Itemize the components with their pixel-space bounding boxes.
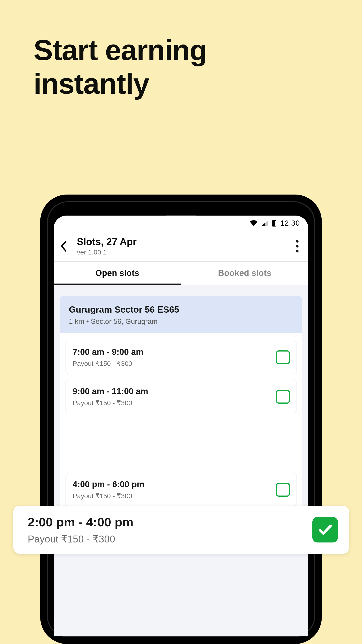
svg-rect-2: [273, 221, 275, 226]
location-subtitle: 1 km • Sector 56, Gurugram: [69, 317, 293, 326]
header-version: ver 1.00.1: [77, 248, 286, 256]
header-title-block: Slots, 27 Apr ver 1.00.1: [77, 236, 286, 256]
slot-card[interactable]: 4:00 pm - 6:00 pm Payout ₹150 - ₹300: [65, 473, 297, 506]
slot-time: 9:00 am - 11:00 am: [73, 386, 148, 396]
status-time: 12:30: [280, 219, 300, 228]
slot-payout: Payout ₹150 - ₹300: [73, 360, 143, 368]
overlay-slot-payout: Payout ₹150 - ₹300: [28, 533, 133, 545]
status-bar: 12:30: [54, 216, 308, 231]
app-header: Slots, 27 Apr ver 1.00.1: [54, 231, 308, 262]
signal-icon: [261, 220, 268, 226]
header-title: Slots, 27 Apr: [77, 236, 286, 247]
more-menu-button[interactable]: [296, 240, 299, 252]
slot-payout: Payout ₹150 - ₹300: [73, 399, 148, 407]
overlay-checkbox-checked[interactable]: [312, 517, 338, 542]
phone-frame: 12:30 Slots, 27 Apr ver 1.00.1 Open slot…: [40, 194, 322, 644]
slot-checkbox[interactable]: [276, 483, 290, 497]
location-card: Gurugram Sector 56 ES65 1 km • Sector 56…: [60, 296, 302, 333]
tab-open-slots[interactable]: Open slots: [54, 262, 181, 285]
slot-payout: Payout ₹150 - ₹300: [73, 492, 144, 500]
phone-screen: 12:30 Slots, 27 Apr ver 1.00.1 Open slot…: [54, 216, 308, 636]
slot-card[interactable]: 9:00 am - 11:00 am Payout ₹150 - ₹300: [65, 380, 297, 413]
page-headline: Start earning instantly: [33, 34, 207, 100]
slot-time: 4:00 pm - 6:00 pm: [73, 480, 144, 489]
slot-time: 7:00 am - 9:00 am: [73, 347, 143, 357]
slot-checkbox[interactable]: [276, 350, 290, 364]
tabs: Open slots Booked slots: [54, 262, 308, 285]
slot-card[interactable]: 7:00 am - 9:00 am Payout ₹150 - ₹300: [65, 341, 297, 374]
wifi-icon: [250, 220, 257, 226]
back-button[interactable]: [60, 240, 67, 252]
battery-icon: [272, 220, 276, 226]
content-area: Gurugram Sector 56 ES65 1 km • Sector 56…: [54, 285, 308, 636]
overlay-slot-card[interactable]: 2:00 pm - 4:00 pm Payout ₹150 - ₹300: [13, 506, 349, 554]
tab-booked-slots[interactable]: Booked slots: [181, 262, 308, 285]
phone-inner-border: 12:30 Slots, 27 Apr ver 1.00.1 Open slot…: [47, 201, 315, 637]
location-title: Gurugram Sector 56 ES65: [69, 304, 293, 314]
overlay-slot-time: 2:00 pm - 4:00 pm: [28, 515, 133, 529]
slot-checkbox[interactable]: [276, 390, 290, 404]
